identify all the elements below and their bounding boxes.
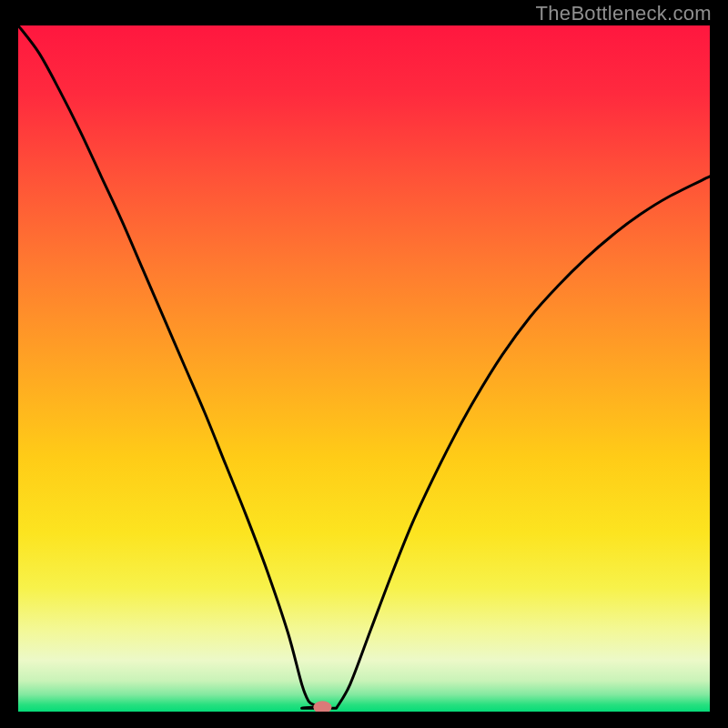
chart-frame: TheBottleneck.com (0, 0, 728, 728)
gradient-background (18, 25, 710, 712)
watermark-text: TheBottleneck.com (536, 2, 712, 25)
bottleneck-chart (18, 25, 710, 712)
